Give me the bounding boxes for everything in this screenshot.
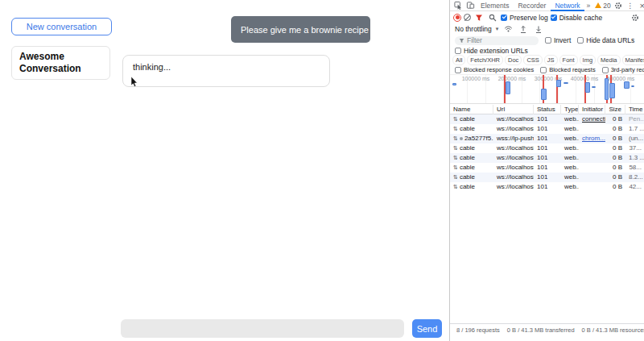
request-type-cell: web... <box>561 182 579 192</box>
new-conversation-button[interactable]: New conversation <box>11 18 112 35</box>
request-row[interactable]: ⇅cablews://localhost:...101web...0 B1.7 … <box>450 124 644 134</box>
request-status-cell: 101 <box>534 134 561 143</box>
request-type-cell: web... <box>561 124 579 134</box>
status-bar-item-1: 0 B / 41.3 MB transferred <box>507 326 575 341</box>
request-row[interactable]: ⇅cablews://localhost:...101web...0 B58..… <box>450 163 644 173</box>
device-toolbar-icon[interactable] <box>464 0 476 11</box>
send-button[interactable]: Send <box>412 319 442 338</box>
user-message-bubble: Please give me a brownie recipe <box>231 16 370 43</box>
checkbox-unchecked-icon[interactable] <box>455 67 461 73</box>
checkbox-unchecked-icon[interactable] <box>455 48 461 54</box>
kebab-menu-icon[interactable]: ⋮ <box>625 0 636 11</box>
hide-data-urls-label: Hide data URLs <box>586 36 634 44</box>
websocket-icon: ⇅ <box>453 164 458 170</box>
checkbox-label: Blocked response cookies <box>464 66 534 73</box>
type-chip-css[interactable]: CSS <box>523 55 542 65</box>
column-header-name[interactable]: Name <box>450 105 493 114</box>
settings-gear-icon[interactable] <box>613 0 624 11</box>
network-settings-gear-icon[interactable] <box>630 12 641 23</box>
overview-request-bar <box>452 83 456 85</box>
request-row[interactable]: ⇅cablews://localhost:...101web...0 B1.3 … <box>450 153 644 163</box>
type-chip-js[interactable]: JS <box>544 55 558 65</box>
column-header-url[interactable]: Url <box>493 105 534 114</box>
status-bar-item-2: 0 B / 41.3 MB resources <box>582 326 644 341</box>
filter-funnel-small-icon <box>459 38 464 44</box>
preserve-log-checkbox[interactable]: Preserve log <box>501 14 548 22</box>
3rd-party-requests-checkbox[interactable]: 3rd-party requests <box>602 66 644 73</box>
column-header-initiator[interactable]: Initiator <box>579 105 605 114</box>
inspect-element-icon[interactable] <box>452 0 464 11</box>
checkbox-checked-icon[interactable] <box>551 15 557 21</box>
hide-extension-urls-checkbox[interactable]: Hide extension URLs <box>455 47 528 55</box>
request-time-cell: Pen... <box>625 114 644 124</box>
tab-network[interactable]: Network <box>551 0 584 11</box>
network-conditions-icon[interactable] <box>502 23 514 35</box>
close-devtools-icon[interactable]: × <box>637 0 644 11</box>
message-input[interactable] <box>121 319 404 338</box>
request-row[interactable]: ⇅cablews://localhost:...101web...connect… <box>450 114 644 124</box>
import-har-icon[interactable] <box>518 23 529 35</box>
checkbox-unchecked-icon[interactable] <box>545 37 551 44</box>
invert-checkbox[interactable]: Invert <box>545 36 571 44</box>
disable-cache-checkbox[interactable]: Disable cache <box>551 14 602 22</box>
preserve-log-label: Preserve log <box>510 14 548 22</box>
invert-label: Invert <box>554 36 571 44</box>
hide-data-urls-checkbox[interactable]: Hide data URLs <box>577 36 634 44</box>
checkbox-unchecked-icon[interactable] <box>540 67 547 73</box>
filter-funnel-icon[interactable] <box>473 12 485 23</box>
clear-network-log-icon[interactable] <box>464 14 471 21</box>
request-row[interactable]: ⇅2a5277f5...wss://lp-push-...101web...ch… <box>450 134 644 143</box>
search-icon[interactable] <box>487 12 498 23</box>
request-size-cell: 0 B <box>605 124 625 134</box>
type-chip-doc[interactable]: Doc <box>505 55 522 65</box>
blocked-requests-checkbox[interactable]: Blocked requests <box>540 66 596 73</box>
request-type-cell: web... <box>561 153 579 163</box>
request-initiator-cell <box>579 124 605 134</box>
devtools-status-bar: 8 / 196 requests0 B / 41.3 MB transferre… <box>450 323 644 341</box>
column-header-status[interactable]: Status <box>534 105 561 114</box>
websocket-icon: ⇅ <box>453 116 458 122</box>
initiator-link[interactable]: chrom... <box>582 135 605 142</box>
type-chip-media[interactable]: Media <box>597 55 620 65</box>
column-header-time[interactable]: Time <box>625 105 644 114</box>
request-url-cell: ws://localhost:... <box>493 124 534 134</box>
request-size-cell: 0 B <box>605 114 625 124</box>
warning-badge[interactable]: 20 <box>595 2 610 10</box>
type-chip-manifest[interactable]: Manifest <box>622 55 644 65</box>
conversation-list-item[interactable]: Awesome Conversation <box>11 46 110 80</box>
blocked-response-cookies-checkbox[interactable]: Blocked response cookies <box>455 66 534 73</box>
hide-extension-urls-label: Hide extension URLs <box>464 47 528 55</box>
network-overview-timeline[interactable]: 100000 ms200000 ms300000 ms400000 ms5000… <box>450 74 644 104</box>
tab-elements[interactable]: Elements <box>477 0 513 11</box>
initiator-link[interactable]: connectic... <box>582 115 605 123</box>
record-network-log-icon[interactable] <box>453 14 461 22</box>
throttling-select[interactable]: No throttling <box>455 25 492 33</box>
request-type-cell: web... <box>561 134 579 143</box>
filter-input[interactable]: Filter <box>455 36 539 45</box>
column-header-type[interactable]: Type <box>561 105 579 114</box>
request-initiator-cell <box>579 173 605 182</box>
type-chip-font[interactable]: Font <box>559 55 578 65</box>
more-tabs-icon[interactable]: » <box>585 2 592 10</box>
checkbox-unchecked-icon[interactable] <box>577 37 584 44</box>
request-time-cell: 1.3 ... <box>625 153 644 163</box>
column-header-size[interactable]: Size <box>605 105 625 114</box>
type-chip-img[interactable]: Img <box>580 55 597 65</box>
type-chip-all[interactable]: All <box>452 55 465 65</box>
websocket-icon: ⇅ <box>453 184 458 189</box>
tab-recorder[interactable]: Recorder <box>514 0 550 11</box>
request-type-cell: web... <box>561 143 579 153</box>
type-chip-fetch-xhr[interactable]: Fetch/XHR <box>467 55 503 65</box>
checkbox-unchecked-icon[interactable] <box>602 67 609 73</box>
overview-tick-label: 100000 ms <box>462 76 490 81</box>
assistant-thinking-box: thinking... <box>122 55 330 87</box>
export-har-icon[interactable] <box>533 23 544 35</box>
request-size-cell: 0 B <box>605 182 625 192</box>
checkbox-checked-icon[interactable] <box>501 15 507 21</box>
request-row[interactable]: ⇅cablews://localhost:...101web...0 B8.2.… <box>450 173 644 182</box>
request-time-cell: 1.7 ... <box>625 124 644 134</box>
request-row[interactable]: ⇅cablews://localhost:...101web...0 B42..… <box>450 182 644 192</box>
resource-type-chips: AllFetch/XHRDocCSSJSFontImgMediaManifest… <box>450 55 644 65</box>
request-status-cell: 101 <box>534 153 561 163</box>
request-row[interactable]: ⇅cablews://localhost:...101web...0 B37..… <box>450 143 644 153</box>
